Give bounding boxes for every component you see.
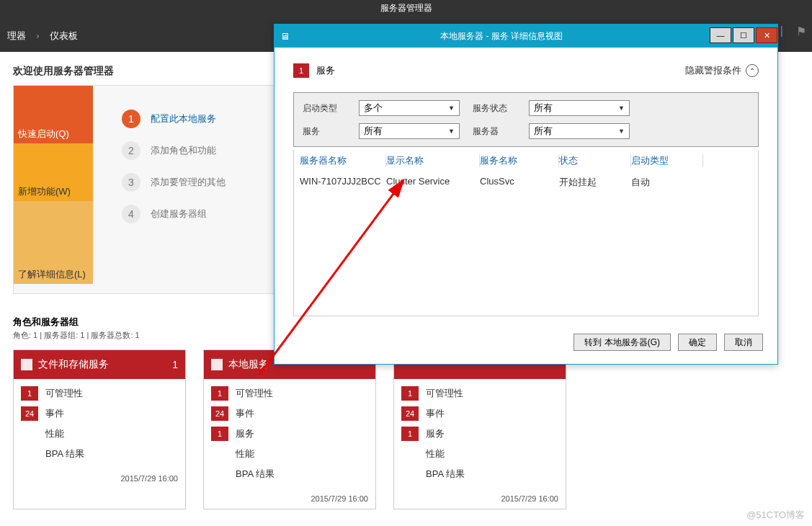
- card-row[interactable]: 性能: [394, 444, 566, 464]
- startup-type-select[interactable]: 多个▼: [359, 100, 460, 116]
- select-value: 多个: [364, 102, 383, 115]
- step-label: 配置此本地服务: [151, 112, 216, 125]
- card-row[interactable]: 1可管理性: [394, 383, 566, 404]
- hide-alerts-label: 隐藏警报条件: [685, 64, 741, 77]
- chevron-down-icon: ▼: [618, 128, 625, 135]
- tile-label: 新增功能(W): [18, 185, 71, 198]
- close-button[interactable]: ✕: [756, 27, 777, 43]
- card-row[interactable]: BPA 结果: [204, 464, 375, 484]
- card-row[interactable]: 24事件: [204, 404, 375, 424]
- ok-button[interactable]: 确定: [678, 334, 717, 351]
- card-timestamp: 2015/7/29 16:00: [204, 484, 375, 509]
- badge: 1: [211, 386, 228, 401]
- row-label: 事件: [236, 407, 254, 420]
- step-number: 4: [122, 205, 140, 223]
- server-select[interactable]: 所有▼: [529, 123, 630, 139]
- card-body: 1可管理性 24事件 1服务 性能 BPA 结果: [204, 379, 375, 484]
- col-state[interactable]: 状态: [559, 154, 631, 167]
- card-row[interactable]: 性能: [204, 444, 375, 464]
- system-icon: 🖥: [275, 31, 295, 42]
- card-body: 1可管理性 24事件 性能 BPA 结果: [14, 379, 185, 464]
- services-table: 服务器名称 显示名称 服务名称 状态 启动类型 WIN-7107JJJ2BCC …: [293, 150, 759, 316]
- window-buttons: — ☐ ✕: [708, 27, 777, 45]
- cell-startup: 自动: [631, 176, 703, 189]
- card-row[interactable]: BPA 结果: [14, 444, 185, 464]
- card-all-servers[interactable]: 1可管理性 24事件 1服务 性能 BPA 结果 2015/7/29 16:00: [393, 349, 566, 509]
- tile-label: 了解详细信息(L): [18, 268, 86, 281]
- flag-icon[interactable]: ⚑: [796, 24, 806, 38]
- row-label: 服务: [236, 427, 254, 440]
- dialog-title: 本地服务器 - 服务 详细信息视图: [295, 30, 708, 43]
- card-local-server[interactable]: 本地服务 1可管理性 24事件 1服务 性能 BPA 结果 2015/7/29 …: [203, 349, 376, 509]
- step-label: 添加要管理的其他: [151, 176, 226, 189]
- dialog-footer: 转到 本地服务器(G) 确定 取消: [275, 324, 777, 364]
- tile-quick-start[interactable]: 快速启动(Q): [14, 86, 93, 143]
- col-display[interactable]: 显示名称: [386, 154, 480, 167]
- filters-panel: 启动类型 多个▼ 服务状态 所有▼ 服务 所有▼ 服务器 所有▼: [293, 92, 759, 147]
- card-timestamp: 2015/7/29 16:00: [14, 464, 185, 489]
- step-number: 1: [122, 110, 140, 128]
- card-row[interactable]: 24事件: [14, 404, 185, 424]
- service-select[interactable]: 所有▼: [359, 123, 460, 139]
- cell-service: ClusSvc: [480, 176, 559, 189]
- card-row[interactable]: 1可管理性: [14, 383, 185, 404]
- row-label: 性能: [426, 447, 445, 460]
- card-row[interactable]: 性能: [14, 424, 185, 444]
- row-label: BPA 结果: [426, 468, 465, 481]
- select-value: 所有: [534, 125, 553, 138]
- table-row[interactable]: WIN-7107JJJ2BCC Cluster Service ClusSvc …: [294, 171, 758, 193]
- status-select[interactable]: 所有▼: [529, 100, 630, 116]
- app-title-bar: 服务器管理器: [0, 0, 812, 16]
- filter-label: 服务: [303, 125, 346, 138]
- minimize-button[interactable]: —: [710, 27, 731, 43]
- card-timestamp: 2015/7/29 16:00: [394, 484, 566, 509]
- row-label: BPA 结果: [45, 447, 84, 460]
- maximize-button[interactable]: ☐: [733, 27, 754, 43]
- separator-icon: |: [780, 24, 783, 38]
- badge: 1: [211, 427, 228, 441]
- filter-label: 启动类型: [303, 102, 346, 115]
- badge: 1: [401, 427, 419, 441]
- count-chip: 1: [293, 63, 309, 78]
- card-row[interactable]: BPA 结果: [394, 464, 566, 484]
- services-dialog: 🖥 本地服务器 - 服务 详细信息视图 — ☐ ✕ 1 服务 隐藏警报条件 ⌃ …: [274, 24, 778, 365]
- cards: 文件和存储服务 1 1可管理性 24事件 性能 BPA 结果 2015/7/29…: [13, 349, 812, 509]
- filter-label: 服务器: [473, 125, 516, 138]
- badge: 1: [401, 386, 419, 401]
- hide-alerts-toggle[interactable]: 隐藏警报条件 ⌃: [685, 64, 759, 77]
- tile-new-features[interactable]: 新增功能(W): [14, 143, 93, 201]
- row-label: 服务: [426, 427, 445, 440]
- cell-state: 开始挂起: [559, 176, 631, 189]
- col-service[interactable]: 服务名称: [480, 154, 559, 167]
- card-header: 文件和存储服务 1: [14, 350, 185, 379]
- row-label: 事件: [45, 407, 64, 420]
- card-body: 1可管理性 24事件 1服务 性能 BPA 结果: [394, 379, 566, 484]
- breadcrumb[interactable]: 理器 › 仪表板: [7, 24, 78, 43]
- row-label: 可管理性: [45, 387, 83, 400]
- tile-label: 快速启动(Q): [18, 128, 69, 141]
- row-label: 可管理性: [236, 387, 273, 400]
- left-tiles: 快速启动(Q) 新增功能(W) 了解详细信息(L): [14, 86, 93, 293]
- card-row[interactable]: 1可管理性: [204, 383, 375, 404]
- row-label: 事件: [426, 407, 445, 420]
- card-row[interactable]: 1服务: [394, 424, 566, 444]
- card-row[interactable]: 24事件: [394, 404, 566, 424]
- row-label: 性能: [45, 427, 64, 440]
- chevron-up-icon: ⌃: [746, 64, 759, 77]
- cancel-button[interactable]: 取消: [724, 334, 763, 351]
- card-row[interactable]: 1服务: [204, 424, 375, 444]
- col-server[interactable]: 服务器名称: [300, 154, 386, 167]
- services-label: 服务: [316, 64, 335, 77]
- row-label: 性能: [236, 447, 254, 460]
- chevron-down-icon: ▼: [448, 104, 455, 112]
- col-startup[interactable]: 启动类型: [631, 154, 703, 167]
- badge: 24: [21, 406, 38, 421]
- step-label: 添加角色和功能: [151, 144, 216, 157]
- step-number: 3: [122, 173, 140, 192]
- goto-server-button[interactable]: 转到 本地服务器(G): [574, 334, 671, 351]
- server-icon: [211, 359, 223, 370]
- dialog-titlebar[interactable]: 🖥 本地服务器 - 服务 详细信息视图 — ☐ ✕: [275, 24, 777, 48]
- card-file-storage[interactable]: 文件和存储服务 1 1可管理性 24事件 性能 BPA 结果 2015/7/29…: [13, 349, 186, 509]
- tile-learn-more[interactable]: 了解详细信息(L): [14, 201, 93, 284]
- breadcrumb-current: 仪表板: [50, 30, 78, 41]
